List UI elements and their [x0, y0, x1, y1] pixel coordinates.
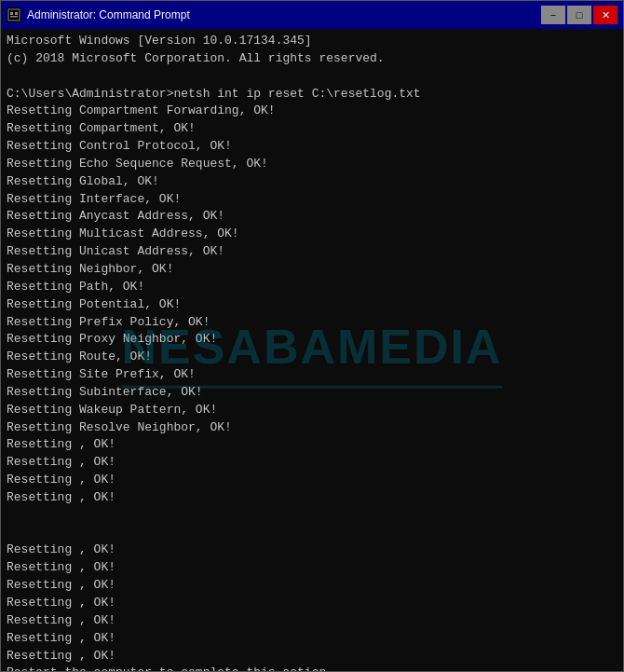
terminal-output: Microsoft Windows [Version 10.0.17134.34… [7, 33, 617, 671]
svg-rect-3 [10, 16, 18, 18]
svg-rect-0 [8, 9, 20, 21]
title-bar: Administrator: Command Prompt − □ ✕ [1, 1, 623, 29]
svg-rect-2 [15, 12, 18, 15]
minimize-button[interactable]: − [541, 6, 565, 24]
window-title: Administrator: Command Prompt [27, 8, 190, 21]
window-controls: − □ ✕ [541, 6, 617, 24]
terminal-body[interactable]: NESABAMEDIA Microsoft Windows [Version 1… [1, 29, 623, 671]
title-bar-left: Administrator: Command Prompt [7, 7, 190, 22]
command-prompt-window: Administrator: Command Prompt − □ ✕ NESA… [0, 0, 624, 672]
close-button[interactable]: ✕ [593, 6, 617, 24]
svg-rect-1 [10, 12, 13, 15]
maximize-button[interactable]: □ [567, 6, 591, 24]
window-icon [7, 7, 21, 22]
